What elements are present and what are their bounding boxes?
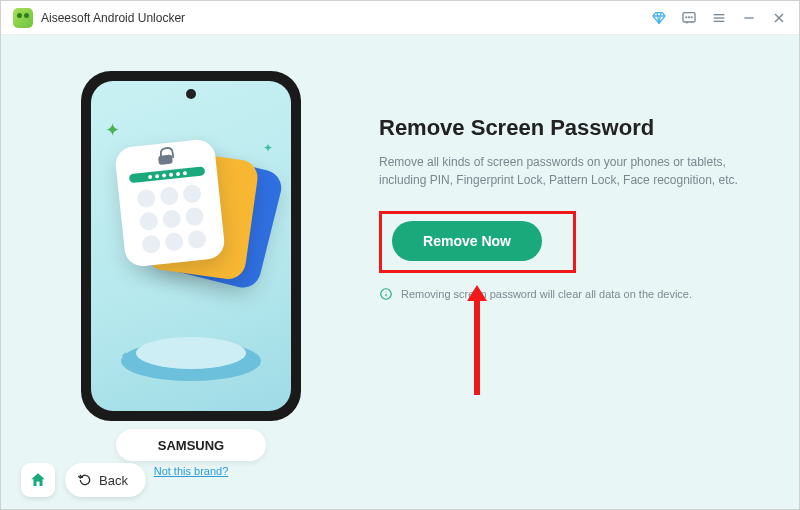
back-button-label: Back [99,473,128,488]
main-panel: Remove Screen Password Remove all kinds … [379,115,769,301]
app-window: Aiseesoft Android Unlocker [0,0,800,510]
remove-now-button[interactable]: Remove Now [392,221,542,261]
content-area: ✦ ✦ ✦ [1,35,799,509]
svg-point-1 [686,16,687,17]
cta-highlight-box: Remove Now [379,211,576,273]
app-title: Aiseesoft Android Unlocker [41,11,185,25]
warning-text: Removing screen password will clear all … [401,288,692,300]
menu-icon[interactable] [711,10,727,26]
back-button[interactable]: Back [65,463,146,497]
close-icon[interactable] [771,10,787,26]
diamond-icon[interactable] [651,10,667,26]
minimize-icon[interactable] [741,10,757,26]
titlebar: Aiseesoft Android Unlocker [1,1,799,35]
back-arrow-icon [77,472,93,488]
titlebar-controls [651,10,787,26]
info-icon [379,287,393,301]
lock-icon [158,155,173,165]
page-title: Remove Screen Password [379,115,769,141]
home-icon [29,471,47,489]
annotation-arrow-icon [457,285,497,405]
phone-illustration: ✦ ✦ ✦ [81,71,301,421]
home-button[interactable] [21,463,55,497]
svg-point-3 [691,16,692,17]
page-description: Remove all kinds of screen passwords on … [379,153,759,189]
warning-note: Removing screen password will clear all … [379,287,769,301]
svg-point-2 [689,16,690,17]
brand-badge[interactable]: SAMSUNG [116,429,266,461]
feedback-icon[interactable] [681,10,697,26]
app-logo-icon [13,8,33,28]
